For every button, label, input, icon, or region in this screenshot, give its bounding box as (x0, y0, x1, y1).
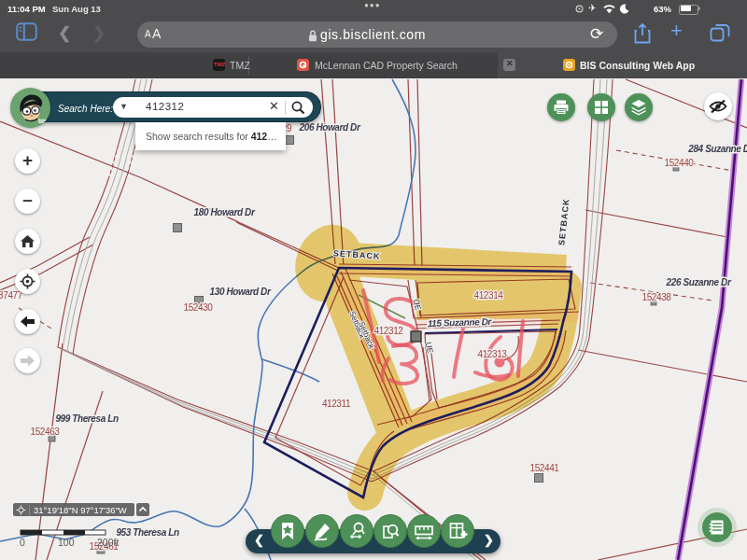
svg-text:412314: 412314 (474, 290, 504, 301)
svg-text:226 Suzanne Dr: 226 Suzanne Dr (666, 277, 732, 287)
svg-text:206 Howard Dr: 206 Howard Dr (299, 122, 361, 133)
svg-text:130 Howard Dr: 130 Howard Dr (210, 287, 272, 297)
svg-text:152463: 152463 (31, 427, 61, 437)
svg-text:999 Theresa Ln: 999 Theresa Ln (55, 413, 119, 424)
svg-text:412313: 412313 (478, 349, 508, 359)
svg-text:152440: 152440 (665, 158, 695, 168)
svg-text:0: 0 (20, 537, 25, 548)
svg-text:152438: 152438 (642, 292, 672, 302)
svg-text:152430: 152430 (184, 302, 214, 313)
svg-text:152441: 152441 (530, 463, 560, 473)
svg-text:412311: 412311 (322, 399, 351, 409)
svg-text:200ft: 200ft (97, 537, 119, 548)
svg-text:412312: 412312 (374, 326, 404, 336)
svg-text:953 Theresa Ln: 953 Theresa Ln (116, 527, 179, 538)
svg-text:180 Howard Dr: 180 Howard Dr (194, 207, 256, 217)
svg-text:100: 100 (58, 537, 75, 548)
svg-text:284 Suzanne D: 284 Suzanne D (687, 144, 747, 154)
